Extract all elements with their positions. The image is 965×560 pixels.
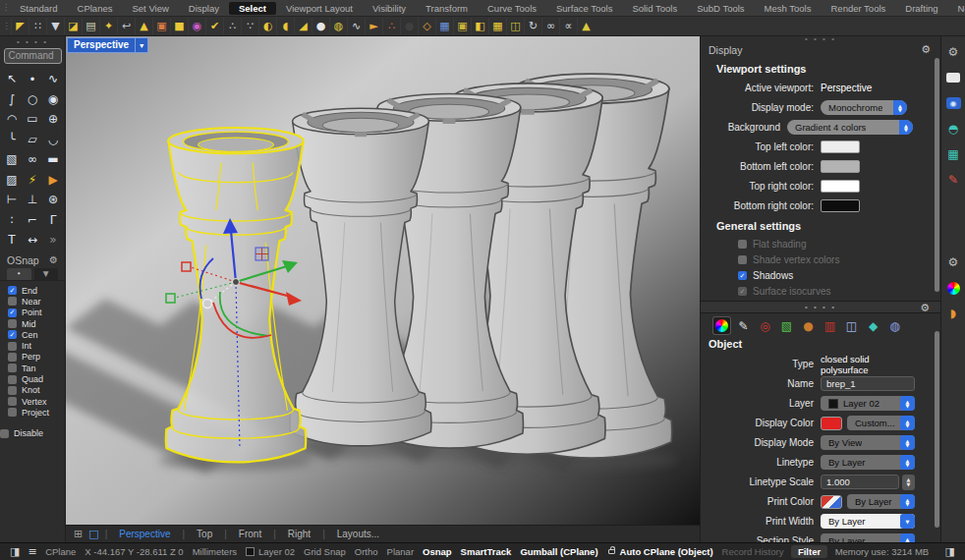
- cylinder-tab-icon[interactable]: ◍: [886, 317, 903, 334]
- target-tool-icon[interactable]: ⊕: [43, 109, 64, 130]
- filter-check-icon[interactable]: ✔: [205, 18, 223, 34]
- stepper-arrows-icon[interactable]: [900, 455, 915, 470]
- tab-top[interactable]: Top: [185, 529, 224, 539]
- osnap-toggle[interactable]: Osnap: [419, 546, 457, 557]
- linetype-scale-stepper[interactable]: [902, 475, 915, 490]
- checkbox-cen[interactable]: [8, 330, 17, 339]
- checkbox-point[interactable]: [8, 308, 17, 317]
- color-swatch-bottom-right-color[interactable]: [821, 199, 860, 212]
- linetype-select[interactable]: By Layer: [821, 455, 915, 470]
- osnap-filter-tab[interactable]: ▼: [34, 268, 59, 280]
- menu-item-standard[interactable]: Standard: [10, 2, 68, 15]
- display-color-select[interactable]: Custom...: [847, 416, 915, 430]
- ortho-toggle[interactable]: Ortho: [350, 546, 382, 557]
- units-button[interactable]: Millimeters: [188, 546, 241, 557]
- select-brush-icon[interactable]: ◤: [11, 18, 28, 34]
- select-volume-icon[interactable]: ▲: [135, 18, 152, 34]
- osnap-near[interactable]: Near: [8, 297, 65, 307]
- cone-icon[interactable]: ▲: [577, 18, 595, 34]
- auto-cplane-toggle[interactable]: Auto CPlane (Object): [602, 546, 717, 557]
- osnap-mid[interactable]: Mid: [8, 318, 65, 328]
- sidebar-drag-handle[interactable]: • • • •: [17, 36, 48, 47]
- tab-layouts[interactable]: Layouts...: [325, 529, 391, 539]
- dot-pair-tool-icon[interactable]: ∶: [2, 210, 23, 231]
- surface-patch-tool-icon[interactable]: ▱: [23, 130, 43, 150]
- grid-snap-toggle[interactable]: Grid Snap: [300, 546, 351, 557]
- render-box-tab-icon[interactable]: ▥: [822, 317, 838, 334]
- checkbox-tan[interactable]: [8, 364, 17, 372]
- stepper-arrows-icon[interactable]: [900, 396, 915, 411]
- explode-tool-icon[interactable]: ⚡: [23, 170, 43, 191]
- gumball-toggle[interactable]: Gumball (CPlane): [516, 546, 602, 557]
- display-panel-icon[interactable]: [941, 65, 965, 90]
- section-style-select[interactable]: By Layer: [821, 533, 915, 542]
- setting-surface-isocurves[interactable]: Surface isocurves: [738, 284, 940, 299]
- eye-tool-icon[interactable]: ◉: [43, 89, 64, 110]
- osnap-cen[interactable]: Cen: [8, 330, 65, 340]
- color-swatch-top-right-color[interactable]: [821, 180, 860, 193]
- circle-tool-icon[interactable]: ○: [23, 89, 43, 110]
- tab-perspective[interactable]: Perspective: [107, 529, 182, 539]
- status-panel-icon[interactable]: ◨: [941, 545, 959, 558]
- text-tool-icon[interactable]: T: [2, 230, 23, 251]
- mapping-tab-icon[interactable]: ◆: [865, 317, 881, 334]
- arc-arm-tool-icon[interactable]: ⌐: [23, 210, 43, 231]
- menu-item-select[interactable]: Select: [229, 2, 276, 15]
- checkbox-shadows[interactable]: [738, 271, 747, 280]
- osnap-gear-icon[interactable]: ⚙: [49, 254, 58, 265]
- osnap-int[interactable]: Int: [8, 341, 65, 351]
- viewport-title[interactable]: Perspective: [67, 37, 136, 53]
- menu-item-solid-tools[interactable]: Solid Tools: [622, 2, 687, 15]
- checkbox-mid[interactable]: [8, 319, 17, 328]
- background-select[interactable]: Gradient 4 colors: [787, 120, 913, 135]
- stepper-arrows-icon[interactable]: [899, 120, 913, 135]
- select-by-layer-icon[interactable]: ▤: [82, 18, 99, 34]
- white-sphere-icon[interactable]: ●: [312, 18, 329, 34]
- strip-gear-icon[interactable]: ⚙: [941, 39, 965, 65]
- setting-shadows[interactable]: Shadows: [738, 268, 940, 283]
- surface-plane-icon[interactable]: ◧: [471, 18, 488, 34]
- curve-point-tool-icon[interactable]: ∿: [43, 69, 64, 89]
- materials-panel-icon[interactable]: ▦: [941, 141, 965, 167]
- color-swatch-top-left-color[interactable]: [821, 140, 860, 153]
- select-flag-icon[interactable]: ◢: [294, 18, 312, 34]
- menu-item-surface-tools[interactable]: Surface Tools: [546, 2, 622, 15]
- osnap-point[interactable]: Point: [8, 308, 65, 317]
- linetype-scale-input[interactable]: 1.000: [821, 475, 899, 489]
- texture-tab-icon[interactable]: ▧: [778, 317, 795, 334]
- menubar-drag-handle[interactable]: ⋮: [2, 6, 10, 10]
- spectacles-icon[interactable]: ∞: [541, 18, 559, 34]
- shell-panel-icon[interactable]: ◗: [941, 301, 965, 326]
- link-chain-icon[interactable]: ∝: [559, 18, 577, 34]
- extract-flag-icon[interactable]: ►: [365, 18, 382, 34]
- joint-b-tool-icon[interactable]: ⊥: [23, 190, 43, 210]
- select-scatter-icon[interactable]: ∴: [223, 18, 241, 34]
- stepper-arrows-icon[interactable]: [900, 435, 915, 450]
- more-tools-icon[interactable]: »: [43, 230, 64, 251]
- menu-item-visibility[interactable]: Visibility: [363, 2, 416, 15]
- panel-splitter[interactable]: • • • • ⚙: [701, 301, 940, 313]
- command-list-icon[interactable]: ≡: [24, 545, 40, 558]
- cplane-button[interactable]: CPlane: [41, 546, 81, 557]
- lifering-tab-icon[interactable]: ◎: [757, 317, 773, 334]
- black-sphere-icon[interactable]: ●: [400, 18, 418, 34]
- plane-tool-icon[interactable]: ▬: [43, 149, 64, 170]
- checkbox-near[interactable]: [8, 297, 17, 306]
- select-by-color-icon[interactable]: ◉: [188, 18, 205, 34]
- menu-item-drafting[interactable]: Drafting: [895, 2, 947, 15]
- menu-item-transform[interactable]: Transform: [416, 2, 478, 15]
- osnap-project[interactable]: Project: [8, 408, 65, 418]
- memory-use[interactable]: Memory use: 3214 MB: [830, 546, 934, 557]
- dropdown-arrow-icon[interactable]: [900, 514, 915, 529]
- strip-gear-2-icon[interactable]: ⚙: [941, 250, 965, 275]
- select-highlight-icon[interactable]: ✦: [99, 18, 117, 34]
- curve-nodes-icon[interactable]: ∿: [347, 18, 365, 34]
- name-input[interactable]: brep_1: [821, 376, 915, 391]
- pointer-tool-icon[interactable]: ↖: [2, 69, 23, 89]
- open-box-icon[interactable]: ◇: [418, 18, 435, 34]
- setting-flat-shading[interactable]: Flat shading: [738, 237, 940, 252]
- print-color-swatch[interactable]: [821, 495, 842, 509]
- single-viewport-icon[interactable]: □: [88, 528, 98, 540]
- color-swatch-bottom-left-color[interactable]: [821, 160, 860, 173]
- checkbox-int[interactable]: [8, 342, 17, 351]
